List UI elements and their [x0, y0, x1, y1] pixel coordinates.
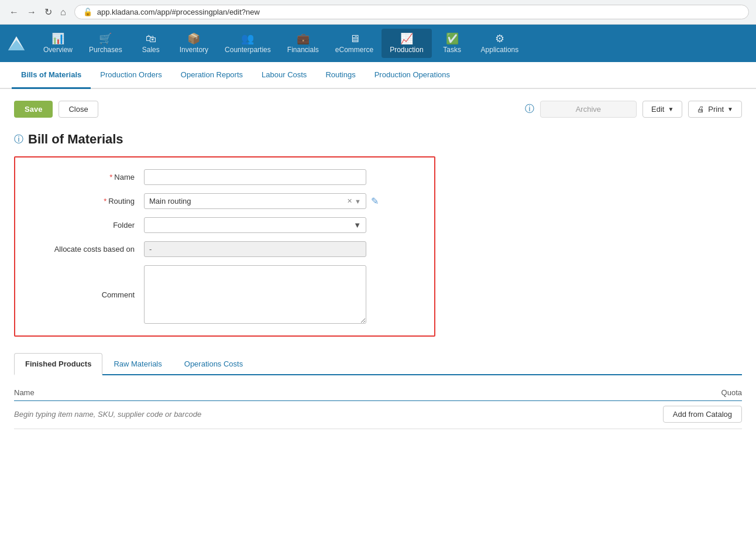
- name-required-marker: *: [109, 173, 112, 181]
- page-title: Bill of Materials: [28, 132, 123, 147]
- tab-operations-costs[interactable]: Operations Costs: [173, 353, 254, 374]
- production-icon: 📈: [400, 33, 413, 44]
- bottom-tabs: Finished Products Raw Materials Operatio…: [14, 353, 742, 375]
- print-icon: 🖨: [697, 105, 705, 114]
- forward-button[interactable]: →: [25, 6, 39, 19]
- page-title-row: ⓘ Bill of Materials: [14, 132, 742, 147]
- nav-item-sales[interactable]: 🛍 Sales: [130, 29, 171, 58]
- print-dropdown-button[interactable]: 🖨 Print ▼: [688, 101, 742, 118]
- toolbar: Save Close ⓘ Archive Edit ▼ 🖨 Print ▼: [14, 101, 742, 118]
- comment-textarea[interactable]: [144, 265, 366, 324]
- nav-item-overview[interactable]: 📊 Overview: [35, 29, 81, 58]
- refresh-button[interactable]: ↻: [42, 5, 54, 19]
- costs-label: Allocate costs based on: [39, 245, 144, 254]
- browser-nav-buttons: ← → ↻ ⌂: [7, 5, 68, 19]
- subnav-operation-reports[interactable]: Operation Reports: [171, 62, 252, 89]
- sub-navigation: Bills of Materials Production Orders Ope…: [0, 62, 756, 89]
- form-row-routing: *Routing Main routing ✕ ▼ ✎: [39, 193, 420, 209]
- routing-edit-icon[interactable]: ✎: [371, 196, 379, 207]
- search-row: Add from Catalog: [14, 406, 742, 429]
- archive-button[interactable]: Archive: [540, 101, 637, 118]
- title-help-icon[interactable]: ⓘ: [14, 133, 23, 146]
- col-quota-header: Quota: [721, 388, 742, 397]
- form-row-comment: Comment: [39, 265, 420, 324]
- folder-label: Folder: [39, 221, 144, 230]
- nav-item-counterparties[interactable]: 👥 Counterparties: [217, 29, 279, 58]
- name-input[interactable]: [144, 169, 366, 185]
- counterparties-icon: 👥: [241, 33, 254, 44]
- nav-item-tasks[interactable]: ✅ Tasks: [432, 29, 473, 58]
- top-navigation: 📊 Overview 🛒 Purchases 🛍 Sales 📦 Invento…: [0, 25, 756, 62]
- subnav-routings[interactable]: Routings: [316, 62, 365, 89]
- form-section: *Name *Routing Main routing ✕ ▼ ✎: [14, 156, 435, 337]
- home-button[interactable]: ⌂: [58, 6, 68, 19]
- name-label: *Name: [39, 173, 144, 181]
- comment-label: Comment: [39, 290, 144, 299]
- routing-required-marker: *: [104, 197, 106, 206]
- save-button[interactable]: Save: [14, 101, 53, 118]
- form-row-costs: Allocate costs based on -: [39, 241, 420, 257]
- applications-icon: ⚙: [495, 33, 504, 44]
- col-name-header: Name: [14, 388, 35, 397]
- overview-icon: 📊: [51, 33, 64, 44]
- print-caret-icon: ▼: [727, 106, 733, 112]
- edit-dropdown-button[interactable]: Edit ▼: [642, 101, 682, 118]
- url-text: app.kladana.com/app/#processingplan/edit…: [97, 8, 260, 16]
- print-label: Print: [708, 105, 724, 114]
- back-button[interactable]: ←: [7, 6, 21, 19]
- routing-container: Main routing ✕ ▼ ✎: [144, 193, 379, 209]
- svg-marker-1: [8, 40, 25, 50]
- subnav-labour-costs[interactable]: Labour Costs: [252, 62, 316, 89]
- ecommerce-icon: 🖥: [349, 33, 360, 44]
- nav-item-purchases[interactable]: 🛒 Purchases: [81, 29, 130, 58]
- sales-icon: 🛍: [146, 33, 156, 44]
- tab-finished-products[interactable]: Finished Products: [14, 353, 102, 375]
- main-content: Save Close ⓘ Archive Edit ▼ 🖨 Print ▼ ⓘ …: [0, 89, 756, 441]
- tasks-icon: ✅: [446, 33, 459, 44]
- nav-items: 📊 Overview 🛒 Purchases 🛍 Sales 📦 Invento…: [35, 29, 751, 58]
- nav-item-financials[interactable]: 💼 Financials: [279, 29, 327, 58]
- folder-caret-icon: ▼: [353, 221, 361, 230]
- subnav-production-orders[interactable]: Production Orders: [91, 62, 171, 89]
- edit-label: Edit: [651, 105, 664, 114]
- tab-raw-materials[interactable]: Raw Materials: [102, 353, 173, 374]
- costs-value: -: [144, 241, 366, 257]
- folder-select[interactable]: ▼: [144, 217, 366, 233]
- inventory-icon: 📦: [187, 33, 200, 44]
- routing-caret-icon[interactable]: ▼: [355, 198, 361, 205]
- nav-item-ecommerce[interactable]: 🖥 eCommerce: [327, 29, 382, 58]
- browser-chrome: ← → ↻ ⌂ 🔓 app.kladana.com/app/#processin…: [0, 0, 756, 25]
- subnav-bom[interactable]: Bills of Materials: [12, 62, 91, 89]
- nav-item-production[interactable]: 📈 Production: [382, 29, 431, 58]
- routing-clear-icon[interactable]: ✕: [347, 197, 352, 205]
- purchases-icon: 🛒: [99, 33, 112, 44]
- nav-item-applications[interactable]: ⚙ Applications: [473, 29, 527, 58]
- close-button[interactable]: Close: [59, 101, 98, 118]
- add-from-catalog-button[interactable]: Add from Catalog: [663, 406, 742, 423]
- routing-value: Main routing: [149, 197, 347, 206]
- edit-caret-icon: ▼: [668, 106, 673, 112]
- table-header: Name Quota: [14, 385, 742, 401]
- item-search-input[interactable]: [14, 407, 657, 422]
- form-row-folder: Folder ▼: [39, 217, 420, 233]
- financials-icon: 💼: [297, 33, 310, 44]
- help-icon[interactable]: ⓘ: [525, 103, 534, 115]
- address-bar[interactable]: 🔓 app.kladana.com/app/#processingplan/ed…: [74, 5, 749, 19]
- form-row-name: *Name: [39, 169, 420, 185]
- routing-select-icons: ✕ ▼: [347, 197, 361, 205]
- app-logo[interactable]: [5, 32, 28, 55]
- subnav-production-operations[interactable]: Production Operations: [365, 62, 459, 89]
- nav-item-inventory[interactable]: 📦 Inventory: [171, 29, 217, 58]
- security-icon: 🔓: [83, 8, 92, 16]
- routing-label: *Routing: [39, 197, 144, 206]
- routing-select[interactable]: Main routing ✕ ▼: [144, 193, 366, 209]
